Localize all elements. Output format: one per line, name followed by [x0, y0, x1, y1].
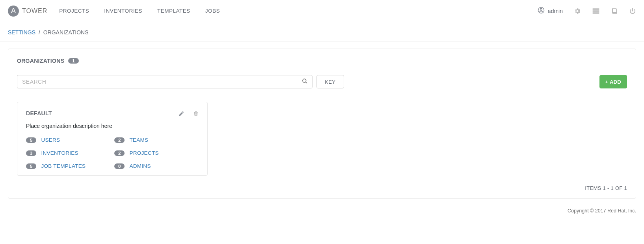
- docs-book-icon[interactable]: [611, 8, 618, 15]
- stat-jobtemplates: 5 JOB TEMPLATES: [26, 163, 110, 169]
- organizations-panel: ORGANIZATIONS 1 KEY + ADD DEFAULT: [8, 49, 636, 199]
- stat-admins-count: 0: [114, 163, 125, 169]
- organization-card: DEFAULT Place organization description h…: [17, 102, 208, 176]
- user-name: admin: [548, 8, 563, 14]
- search-row: KEY + ADD: [17, 75, 627, 88]
- settings-gear-icon[interactable]: [574, 8, 581, 15]
- stat-projects: 2 PROJECTS: [114, 150, 199, 156]
- organization-description: Place organization description here: [26, 123, 199, 129]
- breadcrumb-current: ORGANIZATIONS: [43, 29, 89, 36]
- pagination-text: ITEMS 1 - 1 OF 1: [17, 185, 627, 191]
- breadcrumb: SETTINGS / ORGANIZATIONS: [0, 22, 644, 41]
- stat-admins-link[interactable]: ADMINS: [129, 163, 151, 169]
- organization-card-header: DEFAULT: [26, 110, 199, 116]
- svg-rect-4: [593, 12, 599, 13]
- user-menu[interactable]: admin: [538, 7, 563, 15]
- panel-title: ORGANIZATIONS: [17, 58, 64, 64]
- add-button[interactable]: + ADD: [599, 75, 627, 88]
- nav-right: admin: [538, 7, 636, 15]
- stat-inventories: 3 INVENTORIES: [26, 150, 110, 156]
- logout-power-icon[interactable]: [629, 8, 636, 15]
- main: ORGANIZATIONS 1 KEY + ADD DEFAULT: [0, 41, 644, 203]
- stat-projects-link[interactable]: PROJECTS: [129, 150, 158, 156]
- stat-teams-count: 2: [114, 137, 125, 143]
- stat-inventories-count: 3: [26, 150, 36, 156]
- stat-users: 5 USERS: [26, 137, 110, 143]
- brand[interactable]: A TOWER: [8, 6, 47, 17]
- nav-inventories[interactable]: INVENTORIES: [104, 8, 142, 14]
- organization-name[interactable]: DEFAULT: [26, 110, 52, 116]
- nav-jobs[interactable]: JOBS: [205, 8, 220, 14]
- panel-count-badge: 1: [68, 58, 78, 64]
- search-group: [17, 75, 313, 88]
- stat-projects-count: 2: [114, 150, 125, 156]
- search-icon: [302, 78, 308, 85]
- svg-point-1: [540, 8, 542, 10]
- delete-trash-icon[interactable]: [193, 111, 199, 116]
- top-nav: A TOWER PROJECTS INVENTORIES TEMPLATES J…: [0, 0, 644, 22]
- brand-logo-icon: A: [8, 6, 19, 17]
- nav-projects[interactable]: PROJECTS: [59, 8, 89, 14]
- svg-point-5: [302, 79, 306, 83]
- stream-icon[interactable]: [592, 8, 600, 15]
- stat-users-count: 5: [26, 137, 36, 143]
- stat-admins: 0 ADMINS: [114, 163, 199, 169]
- svg-rect-2: [593, 8, 599, 9]
- stat-users-link[interactable]: USERS: [41, 137, 60, 143]
- key-button[interactable]: KEY: [316, 75, 344, 88]
- stat-inventories-link[interactable]: INVENTORIES: [41, 150, 78, 156]
- breadcrumb-sep: /: [39, 29, 40, 36]
- stat-jobtemplates-count: 5: [26, 163, 36, 169]
- nav-links: PROJECTS INVENTORIES TEMPLATES JOBS: [59, 8, 220, 14]
- nav-templates[interactable]: TEMPLATES: [157, 8, 190, 14]
- svg-rect-3: [593, 10, 599, 11]
- organization-actions: [179, 111, 199, 116]
- organization-stats: 5 USERS 2 TEAMS 3 INVENTORIES 2 PROJECTS…: [26, 137, 199, 169]
- brand-name: TOWER: [22, 8, 47, 15]
- stat-jobtemplates-link[interactable]: JOB TEMPLATES: [41, 163, 86, 169]
- page-footer: Copyright © 2017 Red Hat, Inc.: [0, 203, 644, 219]
- svg-line-6: [305, 82, 307, 83]
- stat-teams: 2 TEAMS: [114, 137, 199, 143]
- stat-teams-link[interactable]: TEAMS: [129, 137, 148, 143]
- edit-pencil-icon[interactable]: [179, 111, 184, 116]
- breadcrumb-settings-link[interactable]: SETTINGS: [8, 29, 35, 36]
- panel-title-row: ORGANIZATIONS 1: [17, 58, 627, 64]
- search-input[interactable]: [17, 75, 297, 88]
- user-icon: [538, 7, 545, 15]
- search-button[interactable]: [297, 75, 313, 88]
